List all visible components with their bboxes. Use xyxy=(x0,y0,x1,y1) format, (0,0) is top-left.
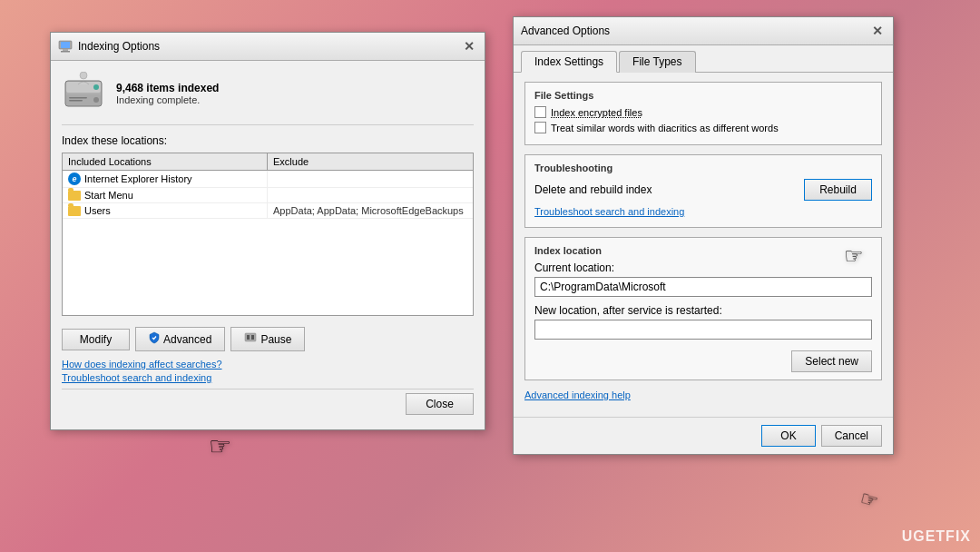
tab-content-index-settings: File Settings Index encrypted files Trea… xyxy=(514,72,893,417)
modify-button[interactable]: Modify xyxy=(62,329,130,350)
indexing-title-icon xyxy=(58,39,73,54)
locations-label: Index these locations: xyxy=(62,134,474,147)
pause-button-label: Pause xyxy=(260,333,291,346)
troubleshoot-search-link[interactable]: Troubleshoot search and indexing xyxy=(534,206,872,217)
watermark: UGETFIX xyxy=(902,528,971,545)
ok-button[interactable]: OK xyxy=(761,425,815,447)
rebuild-button[interactable]: Rebuild xyxy=(804,179,872,201)
svg-rect-12 xyxy=(245,333,256,341)
tabs-bar: Index Settings File Types xyxy=(514,45,893,73)
locations-table: Included Locations Exclude e Internet Ex… xyxy=(62,153,474,316)
locations-body: e Internet Explorer History Start Menu xyxy=(63,171,473,307)
indexing-buttons: Modify Advanced Pa xyxy=(62,327,474,351)
svg-rect-13 xyxy=(247,335,250,340)
locations-table-header: Included Locations Exclude xyxy=(63,153,473,171)
indexing-title-left: Indexing Options xyxy=(58,39,160,54)
indexing-title-text: Indexing Options xyxy=(78,40,160,53)
location-cell-right-2: AppData; AppData; MicrosoftEdgeBackups xyxy=(268,203,473,218)
current-location-input[interactable] xyxy=(534,277,872,297)
ie-icon: e xyxy=(68,172,81,185)
rebuild-row: Delete and rebuild index Rebuild xyxy=(534,179,872,201)
svg-rect-2 xyxy=(63,49,68,51)
select-new-row: Select new xyxy=(534,350,872,372)
svg-point-11 xyxy=(80,72,87,79)
troubleshooting-section: Troubleshooting Delete and rebuild index… xyxy=(524,154,882,228)
col-included-header: Included Locations xyxy=(63,153,268,170)
hard-drive-svg xyxy=(62,72,105,115)
tab-index-settings[interactable]: Index Settings xyxy=(521,51,617,73)
file-settings-title: File Settings xyxy=(534,90,872,101)
location-cell-left-0: e Internet Explorer History xyxy=(63,171,268,187)
rebuild-label: Delete and rebuild index xyxy=(534,183,652,196)
table-row[interactable]: e Internet Explorer History xyxy=(63,171,473,188)
advanced-title-text: Advanced Options xyxy=(521,25,610,37)
index-location-title: Index location xyxy=(534,245,872,256)
indexing-options-window: Indexing Options ✕ 9,4 xyxy=(50,32,485,430)
items-indexed-count: 9,468 items indexed xyxy=(116,82,219,94)
checkbox-encrypted[interactable] xyxy=(534,106,546,118)
rebuild-btn-wrapper: Rebuild xyxy=(804,179,872,201)
svg-rect-10 xyxy=(69,100,83,102)
location-name-1: Start Menu xyxy=(84,190,133,201)
table-row[interactable]: Users AppData; AppData; MicrosoftEdgeBac… xyxy=(63,203,473,219)
bottom-buttons: OK Cancel xyxy=(514,417,893,454)
checkbox-diacritics-label: Treat similar words with diacritics as d… xyxy=(551,123,779,133)
svg-point-8 xyxy=(93,97,99,103)
svg-rect-9 xyxy=(69,97,87,99)
new-location-label: New location, after service is restarted… xyxy=(534,304,872,317)
advanced-options-window: Advanced Options ✕ Index Settings File T… xyxy=(513,16,894,455)
folder-icon-2 xyxy=(68,206,81,216)
location-cell-left-2: Users xyxy=(63,203,268,218)
troubleshoot-indexing-link[interactable]: Troubleshoot search and indexing xyxy=(62,372,474,383)
pause-button[interactable]: Pause xyxy=(230,327,305,351)
location-cell-left-1: Start Menu xyxy=(63,188,268,202)
cursor-hand-1: ☞ xyxy=(209,431,231,461)
advanced-title-bar: Advanced Options ✕ xyxy=(514,17,893,45)
col-exclude-header: Exclude xyxy=(268,153,473,170)
indexing-content: 9,468 items indexed Indexing complete. I… xyxy=(51,61,485,429)
indexing-links: How does indexing affect searches? Troub… xyxy=(62,359,474,383)
checkbox-row-2: Treat similar words with diacritics as d… xyxy=(534,122,872,133)
checkbox-encrypted-label: Index encrypted files xyxy=(551,107,642,118)
location-cell-right-1 xyxy=(268,188,473,202)
tab-file-types[interactable]: File Types xyxy=(619,51,695,73)
how-indexing-link[interactable]: How does indexing affect searches? xyxy=(62,359,474,370)
index-stats: 9,468 items indexed Indexing complete. xyxy=(116,82,219,105)
indexing-title-bar: Indexing Options ✕ xyxy=(51,33,485,61)
checkbox-diacritics[interactable] xyxy=(534,122,546,133)
indexing-header: 9,468 items indexed Indexing complete. xyxy=(62,72,474,125)
svg-point-6 xyxy=(93,84,99,90)
advanced-close-button[interactable]: ✕ xyxy=(869,23,886,39)
folder-icon-1 xyxy=(68,191,81,201)
svg-rect-1 xyxy=(61,42,70,48)
advanced-button[interactable]: Advanced xyxy=(135,327,225,351)
index-location-section: Index location Current location: New loc… xyxy=(524,237,882,380)
svg-rect-3 xyxy=(61,51,70,53)
shield-icon xyxy=(149,331,160,347)
location-cell-right-0 xyxy=(268,171,473,187)
troubleshooting-title: Troubleshooting xyxy=(534,163,872,173)
indexing-close-button[interactable]: ✕ xyxy=(461,38,477,54)
location-name-0: Internet Explorer History xyxy=(84,173,192,184)
close-button[interactable]: Close xyxy=(406,393,474,415)
current-location-label: Current location: xyxy=(534,261,872,274)
new-location-input[interactable] xyxy=(534,320,872,340)
select-new-button[interactable]: Select new xyxy=(791,350,872,372)
cursor-hand-3: ☞ xyxy=(858,487,881,514)
hdd-icon xyxy=(62,72,105,115)
svg-rect-14 xyxy=(251,335,254,340)
pause-icon xyxy=(244,331,257,347)
checkbox-row-1: Index encrypted files xyxy=(534,106,872,118)
advanced-button-label: Advanced xyxy=(163,333,211,346)
advanced-title-left: Advanced Options xyxy=(521,25,610,37)
indexing-bottom-bar: Close xyxy=(62,389,474,419)
tab-index-settings-label: Index Settings xyxy=(534,55,603,68)
tab-file-types-label: File Types xyxy=(632,55,681,68)
cancel-button[interactable]: Cancel xyxy=(821,425,882,447)
file-settings-section: File Settings Index encrypted files Trea… xyxy=(524,82,882,145)
advanced-indexing-help-link[interactable]: Advanced indexing help xyxy=(524,389,882,400)
location-name-2: Users xyxy=(84,205,111,216)
table-row[interactable]: Start Menu xyxy=(63,188,473,203)
indexing-status: Indexing complete. xyxy=(116,94,219,105)
